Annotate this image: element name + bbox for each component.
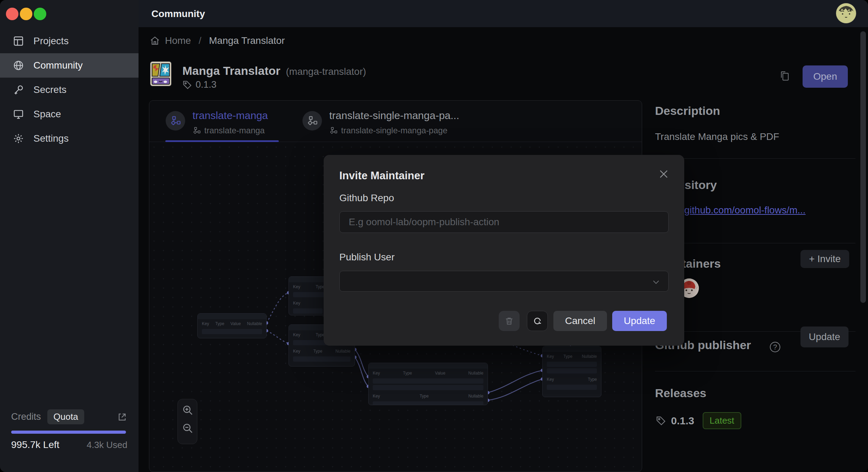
flow-node[interactable]: KeyTypeValueNullable [197,313,267,338]
app-window: Projects Community Secrets Space Setting… [0,0,868,472]
sidebar-item-label: Secrets [33,84,66,95]
repo-label: Github Repo [339,192,394,204]
credits-left: 995.7k Left [11,439,60,450]
flow-node[interactable]: KeyTypeValueNullable KeyTypeNullable [368,363,488,405]
tag-icon [182,80,192,90]
flow-icon [329,126,338,135]
key-icon [13,84,24,96]
delete-button[interactable] [499,311,520,331]
divider [655,371,855,371]
sidebar: Projects Community Secrets Space Setting… [0,0,139,472]
monitor-icon [13,108,24,120]
quota-chip[interactable]: Quota [47,409,85,424]
plus-icon: + [809,253,814,264]
tab-translate-single-manga-page[interactable]: translate-single-manga-pa... translate-s… [286,101,481,142]
external-link-icon[interactable] [117,412,127,422]
traffic-minimize-button[interactable] [20,8,32,20]
zoom-in-icon[interactable] [182,404,194,416]
close-icon[interactable] [658,168,670,180]
scrollbar-thumb[interactable] [860,31,866,303]
flow-icon [192,126,201,135]
tab-subtitle: translate-single-manga-page [329,126,448,135]
zoom-controls [177,399,197,444]
package-version: 0.1.3 [196,79,216,90]
traffic-zoom-button[interactable] [34,8,46,20]
tab-translate-manga[interactable]: translate-manga translate-manga [149,101,295,142]
package-icon [150,61,172,87]
publish-user-select[interactable] [339,271,669,292]
active-tab-underline [165,140,279,142]
copy-icon[interactable] [779,70,791,83]
flow-icon [302,111,322,131]
globe-icon [13,60,24,71]
page-title: Community [151,8,205,19]
credits-label: Credits [11,411,41,422]
credits-progress-bar [11,431,126,434]
breadcrumb-home[interactable]: Home [165,35,191,46]
invite-maintainer-modal: Invite Maintainer Github Repo Publish Us… [324,155,684,346]
flow-tabs: translate-manga translate-manga translat… [149,101,642,142]
description-title: Description [655,104,720,118]
traffic-close-button[interactable] [6,8,18,20]
sidebar-item-community[interactable]: Community [0,53,139,78]
home-icon[interactable] [150,36,160,46]
release-version: 0.1.3 [671,415,694,427]
titlebar: Community [139,0,868,27]
flow-icon [166,111,185,131]
flow-node[interactable]: KeyTypeNullable KeyType [542,346,601,397]
update-button[interactable]: Update [612,311,667,331]
latest-badge: Latest [703,412,741,429]
sidebar-item-label: Projects [33,36,69,47]
help-icon[interactable]: ? [770,342,780,352]
breadcrumb-current: Manga Translator [209,35,285,46]
package-title: Manga Translator [182,64,281,78]
chevron-down-icon [652,277,661,286]
tab-title: translate-single-manga-pa... [329,110,459,121]
cancel-button[interactable]: Cancel [553,311,607,331]
publisher-update-button[interactable]: Update [800,327,849,347]
projects-icon [13,35,24,47]
refresh-icon [532,316,542,326]
sidebar-item-label: Settings [33,133,69,144]
sidebar-item-label: Space [33,109,61,120]
tag-icon [656,416,666,426]
breadcrumb: Home / Manga Translator [150,33,285,48]
modal-title: Invite Maintainer [339,170,425,182]
divider [655,158,855,159]
repo-input[interactable] [339,211,669,233]
divider [655,243,855,243]
package-slug: (manga-translator) [286,66,366,77]
sidebar-item-space[interactable]: Space [0,102,139,126]
sidebar-item-projects[interactable]: Projects [0,29,139,53]
sidebar-item-settings[interactable]: Settings [0,126,139,151]
sidebar-item-secrets[interactable]: Secrets [0,78,139,102]
tab-subtitle: translate-manga [192,126,265,135]
description-text: Translate Manga pics & PDF [655,131,779,142]
user-avatar[interactable] [836,3,856,23]
tab-title: translate-manga [192,110,268,121]
gear-icon [13,133,24,144]
credits-section: Credits Quota 995.7k Left 4.3k Used [11,409,127,450]
zoom-out-icon[interactable] [182,422,194,434]
release-row: 0.1.3 Latest [656,412,741,429]
open-button[interactable]: Open [803,65,848,88]
user-label: Publish User [339,252,395,263]
refresh-button[interactable] [527,311,548,331]
releases-title: Releases [655,386,706,400]
repository-link[interactable]: https://github.com/oomol-flows/m... [655,205,855,216]
sidebar-item-label: Community [33,60,83,71]
credits-used: 4.3k Used [87,440,127,450]
breadcrumb-separator: / [199,35,202,46]
invite-button[interactable]: + Invite [800,250,849,268]
trash-icon [504,316,514,326]
